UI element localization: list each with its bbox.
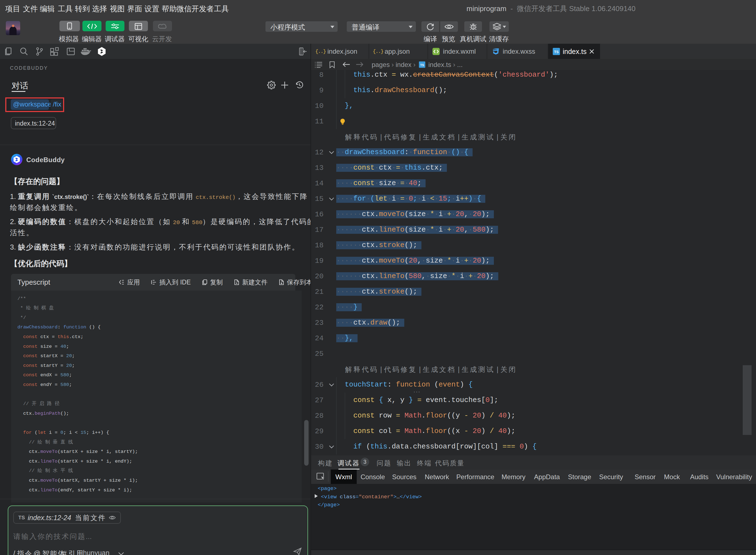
svg-text:TS: TS bbox=[554, 50, 559, 54]
svg-text:TS: TS bbox=[420, 63, 424, 67]
